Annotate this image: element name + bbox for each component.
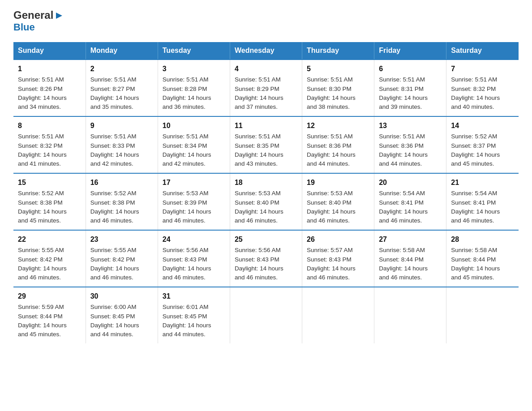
calendar-cell: 19Sunrise: 5:53 AMSunset: 8:40 PMDayligh… [302, 173, 374, 230]
calendar-cell: 3Sunrise: 5:51 AMSunset: 8:28 PMDaylight… [158, 60, 230, 116]
day-info: Sunrise: 5:51 AMSunset: 8:36 PMDaylight:… [379, 133, 428, 167]
day-number: 16 [90, 177, 153, 188]
calendar-week-row: 22Sunrise: 5:55 AMSunset: 8:42 PMDayligh… [13, 230, 519, 287]
day-number: 20 [379, 177, 442, 188]
day-number: 31 [163, 291, 225, 302]
calendar-cell: 24Sunrise: 5:56 AMSunset: 8:43 PMDayligh… [158, 230, 230, 287]
day-info: Sunrise: 5:57 AMSunset: 8:43 PMDaylight:… [307, 247, 356, 281]
day-number: 1 [18, 64, 81, 74]
day-info: Sunrise: 5:51 AMSunset: 8:36 PMDaylight:… [307, 133, 356, 167]
calendar-cell: 10Sunrise: 5:51 AMSunset: 8:34 PMDayligh… [158, 116, 230, 173]
day-number: 19 [307, 177, 369, 188]
header-wednesday: Wednesday [230, 42, 302, 60]
day-number: 6 [379, 64, 442, 74]
calendar-cell: 2Sunrise: 5:51 AMSunset: 8:27 PMDaylight… [86, 60, 158, 116]
day-number: 3 [163, 64, 225, 74]
day-info: Sunrise: 5:59 AMSunset: 8:44 PMDaylight:… [18, 304, 67, 338]
day-info: Sunrise: 5:54 AMSunset: 8:41 PMDaylight:… [451, 190, 500, 224]
calendar-table: SundayMondayTuesdayWednesdayThursdayFrid… [13, 42, 519, 343]
calendar-cell: 20Sunrise: 5:54 AMSunset: 8:41 PMDayligh… [374, 173, 446, 230]
day-info: Sunrise: 5:53 AMSunset: 8:40 PMDaylight:… [307, 190, 356, 224]
calendar-cell [446, 287, 519, 343]
calendar-cell: 27Sunrise: 5:58 AMSunset: 8:44 PMDayligh… [374, 230, 446, 287]
day-number: 15 [18, 177, 81, 188]
day-info: Sunrise: 5:51 AMSunset: 8:27 PMDaylight:… [90, 76, 139, 110]
calendar-cell: 29Sunrise: 5:59 AMSunset: 8:44 PMDayligh… [13, 287, 86, 343]
calendar-cell: 18Sunrise: 5:53 AMSunset: 8:40 PMDayligh… [230, 173, 302, 230]
day-number: 13 [379, 120, 442, 131]
logo-arrow-icon [54, 11, 64, 21]
calendar-cell: 6Sunrise: 5:51 AMSunset: 8:31 PMDaylight… [374, 60, 446, 116]
day-number: 7 [451, 64, 514, 74]
logo-blue-text: Blue [13, 21, 64, 33]
calendar-cell [230, 287, 302, 343]
calendar-cell: 16Sunrise: 5:52 AMSunset: 8:38 PMDayligh… [86, 173, 158, 230]
day-info: Sunrise: 5:56 AMSunset: 8:43 PMDaylight:… [235, 247, 283, 281]
day-number: 12 [307, 120, 369, 131]
header-tuesday: Tuesday [158, 42, 230, 60]
header-sunday: Sunday [13, 42, 86, 60]
day-info: Sunrise: 5:58 AMSunset: 8:44 PMDaylight:… [451, 247, 500, 281]
day-number: 5 [307, 64, 369, 74]
calendar-cell: 4Sunrise: 5:51 AMSunset: 8:29 PMDaylight… [230, 60, 302, 116]
calendar-week-row: 15Sunrise: 5:52 AMSunset: 8:38 PMDayligh… [13, 173, 519, 230]
day-info: Sunrise: 5:54 AMSunset: 8:41 PMDaylight:… [379, 190, 428, 224]
day-info: Sunrise: 6:01 AMSunset: 8:45 PMDaylight:… [163, 304, 211, 338]
calendar-cell: 8Sunrise: 5:51 AMSunset: 8:32 PMDaylight… [13, 116, 86, 173]
day-number: 25 [235, 234, 297, 245]
day-number: 8 [18, 120, 81, 131]
day-number: 18 [235, 177, 297, 188]
day-info: Sunrise: 5:52 AMSunset: 8:38 PMDaylight:… [18, 190, 67, 224]
day-number: 24 [163, 234, 225, 245]
calendar-cell: 5Sunrise: 5:51 AMSunset: 8:30 PMDaylight… [302, 60, 374, 116]
calendar-cell: 26Sunrise: 5:57 AMSunset: 8:43 PMDayligh… [302, 230, 374, 287]
day-info: Sunrise: 6:00 AMSunset: 8:45 PMDaylight:… [90, 304, 139, 338]
day-number: 11 [235, 120, 297, 131]
day-number: 22 [18, 234, 81, 245]
day-info: Sunrise: 5:51 AMSunset: 8:32 PMDaylight:… [18, 133, 67, 167]
header-friday: Friday [374, 42, 446, 60]
calendar-header-row: SundayMondayTuesdayWednesdayThursdayFrid… [13, 42, 519, 60]
calendar-week-row: 1Sunrise: 5:51 AMSunset: 8:26 PMDaylight… [13, 60, 519, 116]
day-info: Sunrise: 5:55 AMSunset: 8:42 PMDaylight:… [18, 247, 67, 281]
day-number: 29 [18, 291, 81, 302]
day-info: Sunrise: 5:51 AMSunset: 8:35 PMDaylight:… [235, 133, 283, 167]
logo: General Blue [13, 9, 64, 33]
calendar-cell: 15Sunrise: 5:52 AMSunset: 8:38 PMDayligh… [13, 173, 86, 230]
header-saturday: Saturday [446, 42, 519, 60]
page-header: General Blue [13, 9, 519, 33]
day-info: Sunrise: 5:51 AMSunset: 8:26 PMDaylight:… [18, 76, 67, 110]
day-info: Sunrise: 5:58 AMSunset: 8:44 PMDaylight:… [379, 247, 428, 281]
calendar-cell: 17Sunrise: 5:53 AMSunset: 8:39 PMDayligh… [158, 173, 230, 230]
day-number: 4 [235, 64, 297, 74]
day-info: Sunrise: 5:52 AMSunset: 8:38 PMDaylight:… [90, 190, 139, 224]
calendar-cell: 23Sunrise: 5:55 AMSunset: 8:42 PMDayligh… [86, 230, 158, 287]
day-info: Sunrise: 5:53 AMSunset: 8:40 PMDaylight:… [235, 190, 283, 224]
calendar-cell: 12Sunrise: 5:51 AMSunset: 8:36 PMDayligh… [302, 116, 374, 173]
header-thursday: Thursday [302, 42, 374, 60]
day-number: 17 [163, 177, 225, 188]
calendar-cell: 13Sunrise: 5:51 AMSunset: 8:36 PMDayligh… [374, 116, 446, 173]
calendar-cell: 21Sunrise: 5:54 AMSunset: 8:41 PMDayligh… [446, 173, 519, 230]
day-info: Sunrise: 5:51 AMSunset: 8:32 PMDaylight:… [451, 76, 500, 110]
calendar-week-row: 8Sunrise: 5:51 AMSunset: 8:32 PMDaylight… [13, 116, 519, 173]
calendar-cell: 9Sunrise: 5:51 AMSunset: 8:33 PMDaylight… [86, 116, 158, 173]
calendar-cell: 7Sunrise: 5:51 AMSunset: 8:32 PMDaylight… [446, 60, 519, 116]
calendar-cell: 28Sunrise: 5:58 AMSunset: 8:44 PMDayligh… [446, 230, 519, 287]
calendar-cell: 1Sunrise: 5:51 AMSunset: 8:26 PMDaylight… [13, 60, 86, 116]
calendar-cell: 25Sunrise: 5:56 AMSunset: 8:43 PMDayligh… [230, 230, 302, 287]
day-info: Sunrise: 5:51 AMSunset: 8:28 PMDaylight:… [163, 76, 211, 110]
day-number: 30 [90, 291, 153, 302]
svg-marker-0 [56, 13, 62, 19]
day-number: 26 [307, 234, 369, 245]
day-info: Sunrise: 5:51 AMSunset: 8:29 PMDaylight:… [235, 76, 283, 110]
day-info: Sunrise: 5:56 AMSunset: 8:43 PMDaylight:… [163, 247, 211, 281]
calendar-cell: 31Sunrise: 6:01 AMSunset: 8:45 PMDayligh… [158, 287, 230, 343]
day-info: Sunrise: 5:51 AMSunset: 8:33 PMDaylight:… [90, 133, 139, 167]
calendar-cell [374, 287, 446, 343]
calendar-cell: 30Sunrise: 6:00 AMSunset: 8:45 PMDayligh… [86, 287, 158, 343]
day-info: Sunrise: 5:53 AMSunset: 8:39 PMDaylight:… [163, 190, 211, 224]
day-info: Sunrise: 5:52 AMSunset: 8:37 PMDaylight:… [451, 133, 500, 167]
day-number: 28 [451, 234, 514, 245]
day-info: Sunrise: 5:55 AMSunset: 8:42 PMDaylight:… [90, 247, 139, 281]
